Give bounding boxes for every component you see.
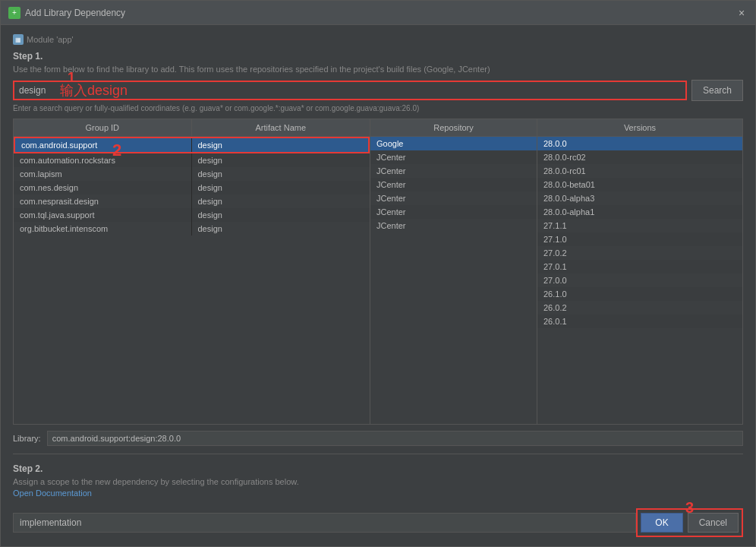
add-library-dialog: + Add Library Dependency × ▦ Module 'app… bbox=[0, 0, 756, 547]
artifact-cell: design bbox=[192, 208, 370, 222]
artifact-cell: design bbox=[192, 194, 370, 208]
step2-section: Step 2. Assign a scope to the new depend… bbox=[13, 460, 743, 504]
title-bar: + Add Library Dependency × bbox=[1, 1, 755, 25]
group-id-cell: com.tql.java.support bbox=[14, 208, 192, 222]
group-id-cell: com.lapism bbox=[14, 167, 192, 181]
table-row[interactable]: com.tql.java.support design bbox=[14, 208, 370, 222]
search-hint-text: Enter a search query or fully-qualified … bbox=[13, 104, 743, 112]
bottom-section: Library: com.android.support:design:28.0… bbox=[13, 425, 743, 537]
table-row[interactable]: org.bitbucket.intenscom design bbox=[14, 222, 370, 236]
repository-item[interactable]: JCenter bbox=[370, 205, 537, 219]
search-button[interactable]: Search bbox=[691, 80, 743, 101]
versions-section: Versions 28.0.0 28.0.0-rc02 28.0.0-rc01 … bbox=[537, 119, 742, 424]
search-input-container: 输入design 1 bbox=[13, 81, 687, 100]
module-icon: ▦ bbox=[13, 34, 24, 45]
table-row[interactable]: com.automation.rockstars design bbox=[14, 153, 370, 167]
step2-label: Step 2. bbox=[13, 463, 743, 474]
version-item[interactable]: 28.0.0-rc02 bbox=[537, 150, 742, 164]
ok-cancel-box: 3 OK Cancel bbox=[636, 508, 743, 537]
title-bar-left: + Add Library Dependency bbox=[8, 7, 125, 19]
table-row[interactable]: com.nesprasit.design design bbox=[14, 194, 370, 208]
repository-item[interactable]: JCenter bbox=[370, 219, 537, 232]
version-item[interactable]: 28.0.0-beta01 bbox=[537, 178, 742, 191]
separator bbox=[13, 454, 743, 454]
group-id-cell: com.nes.design bbox=[14, 181, 192, 194]
repository-section: Repository Google JCenter JCenter JCente… bbox=[370, 119, 537, 424]
version-item[interactable]: 26.0.2 bbox=[537, 301, 742, 315]
scope-select-wrapper: implementation api compileOnly runtimeOn… bbox=[13, 513, 636, 533]
annotation-3: 3 bbox=[685, 499, 694, 517]
scope-select[interactable]: implementation api compileOnly runtimeOn… bbox=[13, 513, 636, 533]
table-row[interactable]: com.nes.design design bbox=[14, 181, 370, 194]
version-item[interactable]: 26.0.1 bbox=[537, 315, 742, 328]
cancel-button[interactable]: Cancel bbox=[688, 513, 739, 533]
module-label: ▦ Module 'app' bbox=[13, 34, 743, 45]
repository-body: Google JCenter JCenter JCenter JCenter J… bbox=[370, 137, 537, 424]
version-item[interactable]: 27.0.2 bbox=[537, 246, 742, 260]
repository-item[interactable]: JCenter bbox=[370, 178, 537, 191]
version-item[interactable]: 28.0.0-alpha3 bbox=[537, 191, 742, 205]
artifact-cell: design bbox=[192, 153, 370, 167]
group-id-cell: com.android.support bbox=[15, 138, 192, 152]
repository-item[interactable]: JCenter bbox=[370, 191, 537, 205]
version-item[interactable]: 27.0.0 bbox=[537, 274, 742, 287]
ok-button[interactable]: OK bbox=[641, 513, 682, 533]
artifact-cell: design bbox=[192, 181, 370, 194]
library-row: Library: com.android.support:design:28.0… bbox=[13, 431, 743, 446]
version-item[interactable]: 27.1.1 bbox=[537, 219, 742, 232]
version-item[interactable]: 28.0.0-alpha1 bbox=[537, 205, 742, 219]
open-documentation-link[interactable]: Open Documentation bbox=[13, 489, 92, 498]
dialog-icon: + bbox=[8, 7, 20, 19]
artifact-cell: design bbox=[192, 167, 370, 181]
artifact-cell: design bbox=[192, 222, 370, 236]
col-artifact-name: Artifact Name bbox=[192, 119, 370, 136]
dialog-content: ▦ Module 'app' Step 1. Use the form belo… bbox=[1, 25, 755, 546]
version-item[interactable]: 27.0.1 bbox=[537, 260, 742, 274]
results-table: Group ID Artifact Name com.android.suppo… bbox=[13, 119, 743, 425]
close-button[interactable]: × bbox=[736, 7, 748, 19]
search-row: 输入design 1 Search bbox=[13, 80, 743, 101]
dialog-title: Add Library Dependency bbox=[25, 8, 125, 18]
artifact-cell: design bbox=[192, 138, 369, 152]
step1-label: Step 1. bbox=[13, 51, 743, 62]
repository-item[interactable]: Google bbox=[370, 137, 537, 150]
search-input[interactable] bbox=[14, 82, 685, 99]
step1-description: Use the form below to find the library t… bbox=[13, 65, 743, 74]
table-row[interactable]: com.lapism design bbox=[14, 167, 370, 181]
left-table-section: Group ID Artifact Name com.android.suppo… bbox=[14, 119, 370, 424]
table-header-left: Group ID Artifact Name bbox=[14, 119, 370, 137]
group-id-cell: org.bitbucket.intenscom bbox=[14, 222, 192, 236]
col-group-id: Group ID bbox=[14, 119, 192, 136]
version-item[interactable]: 26.1.0 bbox=[537, 287, 742, 301]
group-id-cell: com.nesprasit.design bbox=[14, 194, 192, 208]
repository-item[interactable]: JCenter bbox=[370, 164, 537, 178]
version-item[interactable]: 28.0.0 bbox=[537, 137, 742, 150]
library-value: com.android.support:design:28.0.0 bbox=[47, 431, 743, 446]
scope-buttons-row: implementation api compileOnly runtimeOn… bbox=[13, 508, 743, 537]
group-artifact-body: com.android.support design com.automatio… bbox=[14, 137, 370, 424]
library-label: Library: bbox=[13, 434, 41, 443]
repository-item[interactable]: JCenter bbox=[370, 150, 537, 164]
table-row[interactable]: com.android.support design bbox=[14, 137, 370, 153]
group-id-cell: com.automation.rockstars bbox=[14, 153, 192, 167]
step2-description: Assign a scope to the new dependency by … bbox=[13, 477, 743, 486]
version-item[interactable]: 27.1.0 bbox=[537, 232, 742, 246]
col-versions: Versions bbox=[537, 119, 742, 137]
col-repository: Repository bbox=[370, 119, 537, 137]
versions-body: 28.0.0 28.0.0-rc02 28.0.0-rc01 28.0.0-be… bbox=[537, 137, 742, 424]
module-name: Module 'app' bbox=[27, 35, 74, 44]
version-item[interactable]: 28.0.0-rc01 bbox=[537, 164, 742, 178]
